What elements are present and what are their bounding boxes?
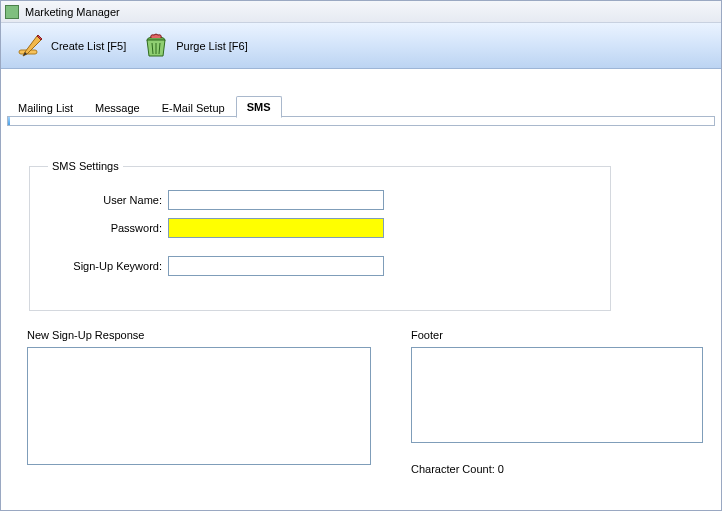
- create-list-label: Create List [F5]: [51, 40, 126, 52]
- footer-char-count: Character Count: 0: [411, 463, 703, 475]
- password-input[interactable]: [168, 218, 384, 238]
- purge-list-icon: [142, 32, 170, 60]
- create-list-button[interactable]: Create List [F5]: [11, 29, 132, 63]
- progress-fill: [8, 117, 10, 125]
- marketing-manager-window: Marketing Manager Create List [F5] Purge…: [0, 0, 722, 511]
- window-title: Marketing Manager: [25, 6, 120, 18]
- footer-textarea[interactable]: [411, 347, 703, 443]
- tab-message[interactable]: Message: [84, 97, 151, 118]
- footer-label: Footer: [411, 329, 703, 341]
- toolbar: Create List [F5] Purge List [F6]: [1, 23, 721, 69]
- user-name-label: User Name:: [48, 194, 168, 206]
- signup-keyword-label: Sign-Up Keyword:: [48, 260, 168, 272]
- app-icon: [5, 5, 19, 19]
- purge-list-label: Purge List [F6]: [176, 40, 248, 52]
- tab-email-setup[interactable]: E-Mail Setup: [151, 97, 236, 118]
- tab-content-sms: SMS Settings User Name: Password: Sign-U…: [1, 126, 721, 485]
- sms-settings-legend: SMS Settings: [48, 160, 123, 172]
- tab-sms[interactable]: SMS: [236, 96, 282, 118]
- signup-response-label: New Sign-Up Response: [27, 329, 371, 341]
- title-bar: Marketing Manager: [1, 1, 721, 23]
- signup-keyword-input[interactable]: [168, 256, 384, 276]
- user-name-input[interactable]: [168, 190, 384, 210]
- signup-response-textarea[interactable]: [27, 347, 371, 465]
- tab-mailing-list[interactable]: Mailing List: [7, 97, 84, 118]
- password-label: Password:: [48, 222, 168, 234]
- create-list-icon: [17, 32, 45, 60]
- sms-settings-group: SMS Settings User Name: Password: Sign-U…: [29, 160, 611, 311]
- tab-strip: Mailing List Message E-Mail Setup SMS: [7, 95, 715, 117]
- purge-list-button[interactable]: Purge List [F6]: [136, 29, 254, 63]
